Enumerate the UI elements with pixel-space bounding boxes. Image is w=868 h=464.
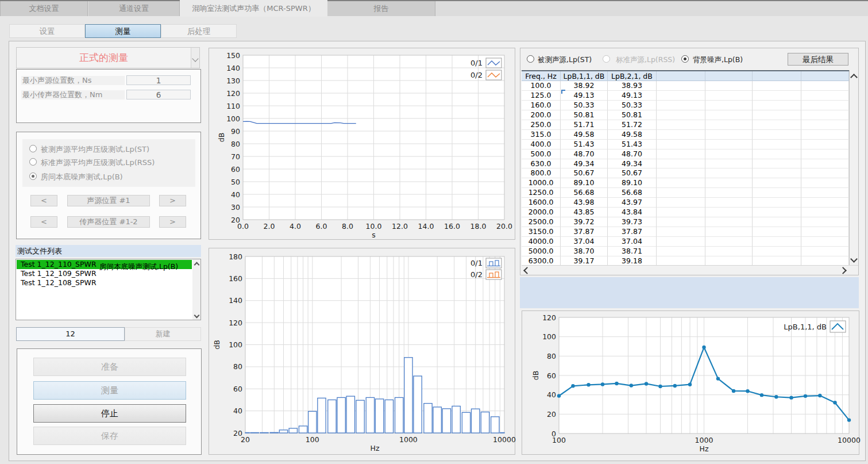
table-cell[interactable] — [657, 101, 705, 110]
table-cell[interactable] — [657, 188, 705, 198]
table-cell[interactable]: 2500.0 — [522, 217, 561, 227]
table-cell[interactable] — [801, 247, 849, 256]
table-cell[interactable]: 49.13 — [608, 91, 657, 101]
table-cell[interactable]: 5000.0 — [522, 247, 561, 256]
measure-button[interactable]: 测量 — [33, 381, 186, 400]
table-cell[interactable]: 37.87 — [561, 227, 608, 237]
table-cell[interactable]: 51.72 — [608, 120, 657, 130]
file-list-item[interactable]: Test 1_12_109_SPWR — [17, 269, 192, 278]
stop-button[interactable]: 停止 — [33, 404, 186, 423]
table-cell[interactable] — [705, 159, 753, 169]
table-cell[interactable] — [801, 159, 849, 169]
source-position-button[interactable]: 声源位置 #1 — [67, 195, 150, 206]
tab-mcr-spwr[interactable]: 混响室法测试声功率（MCR-SPWR） — [180, 0, 327, 17]
table-cell[interactable]: 3150.0 — [522, 227, 561, 237]
table-cell[interactable]: 49.13 — [561, 91, 608, 101]
table-cell[interactable] — [657, 81, 705, 91]
table-cell[interactable] — [753, 237, 801, 247]
new-test-button[interactable]: 新建 — [125, 327, 201, 341]
table-cell[interactable] — [801, 149, 849, 159]
table-cell[interactable] — [753, 130, 801, 140]
table-cell[interactable] — [753, 247, 801, 256]
tab-document-settings[interactable]: 文档设置 — [0, 1, 88, 16]
table-cell[interactable]: 48.70 — [561, 149, 608, 159]
table-cell[interactable] — [753, 188, 801, 198]
table-cell[interactable] — [801, 198, 849, 208]
table-cell[interactable] — [801, 188, 849, 198]
table-cell[interactable]: 38.93 — [608, 81, 657, 91]
table-cell[interactable] — [705, 140, 753, 149]
table-cell[interactable] — [657, 130, 705, 140]
source-next-button[interactable]: > — [159, 195, 186, 206]
table-cell[interactable] — [657, 178, 705, 188]
tab-report[interactable]: 报告 — [327, 1, 435, 16]
table-cell[interactable] — [753, 149, 801, 159]
table-cell[interactable] — [657, 247, 705, 256]
table-cell[interactable]: 37.04 — [608, 237, 657, 247]
table-cell[interactable]: 50.33 — [561, 101, 608, 110]
last-result-button[interactable]: 最后结果 — [788, 53, 848, 66]
table-cell[interactable] — [753, 198, 801, 208]
table-vscrollbar[interactable] — [849, 70, 858, 265]
table-cell[interactable] — [801, 237, 849, 247]
table-cell[interactable] — [705, 227, 753, 237]
table-cell[interactable] — [801, 227, 849, 237]
radio-lp-b[interactable] — [29, 172, 37, 180]
table-cell[interactable] — [753, 208, 801, 217]
table-cell[interactable] — [705, 81, 753, 91]
table-cell[interactable]: 50.67 — [608, 168, 657, 178]
table-cell[interactable]: 800.0 — [522, 168, 561, 178]
radio-lp-st[interactable] — [29, 145, 37, 152]
toolbar-tab-measure[interactable]: 测量 — [85, 24, 161, 38]
table-cell[interactable]: 400.0 — [522, 140, 561, 149]
table-cell[interactable]: 89.10 — [608, 178, 657, 188]
table-cell[interactable] — [753, 110, 801, 120]
table-cell[interactable] — [801, 101, 849, 110]
table-cell[interactable]: 43.85 — [561, 208, 608, 217]
table-cell[interactable]: 56.68 — [561, 188, 608, 198]
file-list-item[interactable]: Test 1_12_108_SPWR — [17, 278, 192, 287]
table-cell[interactable]: 2000.0 — [522, 208, 561, 217]
prepare-button[interactable]: 准备 — [33, 358, 186, 376]
results-table[interactable]: Freq., HzLpB,1,1, dBLpB,2,1, dB100.038.9… — [522, 70, 849, 265]
table-cell[interactable]: 250.0 — [522, 120, 561, 130]
table-cell[interactable]: 100.0 — [522, 81, 561, 91]
table-cell[interactable]: 51.71 — [561, 120, 608, 130]
radio-result-lp-b[interactable] — [681, 55, 689, 63]
table-cell[interactable]: 4000.0 — [522, 237, 561, 247]
table-cell[interactable] — [657, 227, 705, 237]
table-cell[interactable] — [657, 110, 705, 120]
table-cell[interactable]: 160.0 — [522, 101, 561, 110]
table-cell[interactable] — [801, 110, 849, 120]
table-cell[interactable]: 56.68 — [608, 188, 657, 198]
table-cell[interactable] — [705, 237, 753, 247]
table-cell[interactable] — [657, 159, 705, 169]
table-cell[interactable]: 1250.0 — [522, 188, 561, 198]
table-cell[interactable]: 630.0 — [522, 159, 561, 169]
table-cell[interactable] — [801, 91, 849, 101]
table-cell[interactable] — [753, 101, 801, 110]
table-cell[interactable]: 51.43 — [608, 140, 657, 149]
table-cell[interactable]: 38.71 — [608, 247, 657, 256]
table-cell[interactable] — [801, 208, 849, 217]
table-cell[interactable]: 1600.0 — [522, 198, 561, 208]
table-cell[interactable]: 50.81 — [561, 110, 608, 120]
table-cell[interactable] — [753, 168, 801, 178]
radio-lp-rss[interactable] — [29, 158, 37, 166]
radio-result-lp-st[interactable] — [527, 55, 534, 63]
test-counter-field[interactable]: 12 — [16, 327, 125, 341]
table-cell[interactable]: 37.87 — [608, 227, 657, 237]
table-cell[interactable] — [657, 198, 705, 208]
file-list-item[interactable]: Test 1_12_110_SPWR房间本底噪声测试,Lp(B) — [17, 260, 192, 269]
table-cell[interactable]: 48.70 — [608, 149, 657, 159]
table-cell[interactable] — [801, 120, 849, 130]
table-cell[interactable]: 125.0 — [522, 91, 561, 101]
mic-prev-button[interactable]: < — [30, 216, 57, 228]
table-cell[interactable]: 49.58 — [561, 130, 608, 140]
table-cell[interactable] — [705, 188, 753, 198]
table-cell[interactable]: 49.34 — [561, 159, 608, 169]
table-cell[interactable]: 50.81 — [608, 110, 657, 120]
table-cell[interactable]: 500.0 — [522, 149, 561, 159]
table-cell[interactable] — [753, 178, 801, 188]
table-cell[interactable]: 51.43 — [561, 140, 608, 149]
